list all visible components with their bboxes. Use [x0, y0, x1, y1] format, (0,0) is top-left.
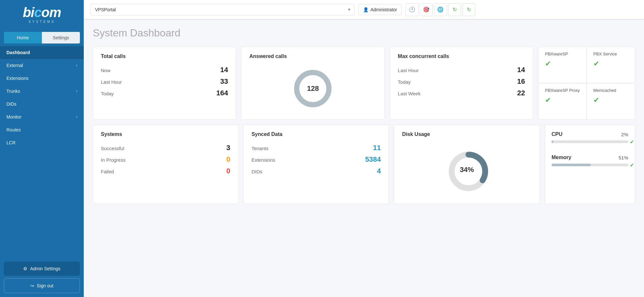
nav-tabs: Home Settings	[4, 32, 80, 43]
refresh-button-1[interactable]: ↻	[448, 3, 461, 16]
clock-button[interactable]: 🕐	[406, 3, 418, 16]
sidebar-item-external[interactable]: External ›	[0, 59, 84, 72]
total-calls-title: Total calls	[101, 53, 228, 59]
cpu-value: 2%	[621, 132, 628, 137]
sidebar-item-extensions[interactable]: Extensions	[0, 72, 84, 85]
service-pbxwaresp: PBXwareSP ✔	[538, 47, 587, 83]
disk-usage-title: Disk Usage	[402, 131, 532, 137]
check-icon: ✔	[545, 96, 551, 104]
signout-icon: ↪	[30, 283, 34, 288]
max-concurrent-last-week: Last Week 22	[398, 89, 525, 97]
check-icon: ✔	[593, 60, 599, 68]
cpu-progress-bg: ✔	[552, 140, 628, 143]
sidebar-item-lcr[interactable]: LCR	[0, 136, 84, 149]
answered-calls-title: Answered calls	[249, 53, 377, 59]
sidebar-item-trunks[interactable]: Trunks ›	[0, 85, 84, 98]
chevron-right-icon: ›	[76, 63, 77, 68]
check-icon: ✔	[593, 96, 599, 104]
sidebar-menu: Dashboard External › Extensions Trunks ›…	[0, 46, 84, 258]
systems-card: Systems Successful 3 In Progress 0 Faile…	[93, 125, 238, 204]
cards-row-2: Systems Successful 3 In Progress 0 Faile…	[93, 125, 635, 204]
systems-in-progress: In Progress 0	[101, 155, 230, 164]
synced-dids: DIDs 4	[252, 167, 381, 175]
cpu-check-icon: ✔	[630, 139, 634, 145]
memory-value: 51%	[619, 155, 628, 160]
total-calls-stats: Now 14 Last Hour 33 Today 164	[101, 66, 228, 97]
chevron-right-icon: ›	[76, 89, 77, 93]
service-memcached: Memcached ✔	[587, 83, 635, 120]
synced-extensions: Extensions 5384	[252, 155, 381, 164]
memory-check-icon: ✔	[630, 162, 634, 168]
logo-area: bicom SYSTEMS	[0, 0, 84, 27]
refresh-button-2[interactable]: ↻	[462, 3, 475, 16]
memory-row: Memory 51%	[552, 155, 628, 160]
answered-calls-donut: 128	[292, 68, 334, 110]
max-concurrent-today: Today 16	[398, 77, 525, 86]
max-concurrent-last-hour: Last Hour 14	[398, 66, 525, 74]
disk-usage-value: 34%	[460, 166, 474, 174]
main-content: VPSPortal ▼ 👤 Administrator 🕐 🎯 🌐 ↻ ↻ Sy…	[84, 0, 644, 297]
page-title: System Dashboard	[93, 27, 635, 39]
tab-home[interactable]: Home	[4, 32, 42, 43]
service-pbx-service: PBX Service ✔	[587, 47, 635, 83]
sidebar-item-monitor[interactable]: Monitor ›	[0, 110, 84, 123]
sidebar: bicom SYSTEMS Home Settings Dashboard Ex…	[0, 0, 84, 297]
globe-button[interactable]: 🌐	[434, 3, 447, 16]
donut-value: 128	[307, 84, 319, 93]
sidebar-bottom: ⚙ Admin Settings ↪ Sign out	[0, 258, 84, 297]
chevron-right-icon: ›	[76, 115, 77, 119]
portal-selector-wrapper: VPSPortal ▼	[90, 4, 354, 15]
header-icon-group: 🕐 🎯 🌐 ↻ ↻	[406, 3, 475, 16]
max-concurrent-stats: Last Hour 14 Today 16 Last Week 22	[398, 66, 525, 97]
check-icon: ✔	[545, 60, 551, 68]
systems-failed: Failed 0	[101, 167, 230, 175]
synced-data-card: Synced Data Tenants 11 Extensions 5384 D…	[244, 125, 389, 204]
total-calls-last-hour: Last Hour 33	[101, 77, 228, 86]
resource-card: CPU 2% ✔ Memory 51% ✔	[545, 125, 635, 204]
memory-progress-bg: ✔	[552, 164, 628, 166]
memory-progress-fill	[552, 164, 591, 166]
gear-icon: ⚙	[23, 266, 27, 271]
total-calls-card: Total calls Now 14 Last Hour 33 Today 16…	[93, 47, 236, 120]
sidebar-item-dids[interactable]: DIDs	[0, 98, 84, 110]
portal-selector[interactable]: VPSPortal	[90, 4, 354, 15]
max-concurrent-title: Max concurrent calls	[398, 53, 525, 59]
total-calls-today: Today 164	[101, 89, 228, 97]
total-calls-now: Now 14	[101, 66, 228, 74]
disk-usage-card: Disk Usage 34%	[394, 125, 540, 204]
user-icon: 👤	[363, 7, 369, 12]
synced-data-title: Synced Data	[252, 131, 381, 137]
systems-title: Systems	[101, 131, 230, 137]
sign-out-button[interactable]: ↪ Sign out	[4, 278, 80, 293]
disk-usage-donut-wrapper: 34%	[402, 142, 532, 197]
admin-settings-button[interactable]: ⚙ Admin Settings	[4, 262, 80, 276]
synced-data-stats: Tenants 11 Extensions 5384 DIDs 4	[252, 144, 381, 175]
sidebar-item-routes[interactable]: Routes	[0, 123, 84, 136]
sidebar-item-dashboard[interactable]: Dashboard	[0, 46, 84, 59]
services-grid: PBXwareSP ✔ PBX Service ✔ PBXwareSP Prox…	[538, 47, 635, 120]
cpu-progress-fill	[552, 140, 553, 143]
help-button[interactable]: 🎯	[420, 3, 433, 16]
systems-successful: Successful 3	[101, 144, 230, 152]
synced-tenants: Tenants 11	[252, 144, 381, 152]
tab-settings[interactable]: Settings	[42, 32, 80, 43]
answered-calls-card: Answered calls 128	[241, 47, 385, 120]
service-pbxwaresp-proxy: PBXwareSP Proxy ✔	[538, 83, 587, 120]
answered-calls-donut-wrapper: 128	[249, 64, 377, 113]
logo-sub: SYSTEMS	[23, 20, 61, 24]
cards-row-1: Total calls Now 14 Last Hour 33 Today 16…	[93, 47, 635, 120]
cpu-label: CPU	[552, 131, 562, 137]
user-menu[interactable]: 👤 Administrator	[358, 4, 402, 15]
cpu-row: CPU 2%	[552, 131, 628, 137]
dashboard: System Dashboard Total calls Now 14 Last…	[84, 19, 644, 297]
memory-label: Memory	[552, 155, 571, 160]
disk-usage-donut: 34%	[446, 149, 488, 191]
max-concurrent-calls-card: Max concurrent calls Last Hour 14 Today …	[390, 47, 533, 120]
systems-stats: Successful 3 In Progress 0 Failed 0	[101, 144, 230, 175]
logo: bicom	[23, 6, 61, 19]
header: VPSPortal ▼ 👤 Administrator 🕐 🎯 🌐 ↻ ↻	[84, 0, 644, 19]
